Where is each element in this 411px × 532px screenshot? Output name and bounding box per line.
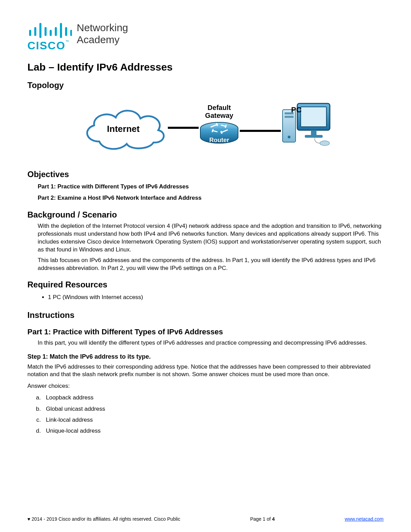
objectives-part2: Part 2: Examine a Host IPv6 Network Inte…: [38, 193, 216, 202]
cisco-logo-block: CISCO™ Networking Academy: [27, 21, 384, 51]
section-instructions: Instructions: [27, 310, 384, 320]
wire-1: [168, 127, 199, 129]
gateway-label: Default Gateway: [205, 104, 233, 120]
svg-rect-12: [285, 116, 294, 118]
svg-rect-16: [311, 130, 316, 135]
part1-heading: Part 1: Practice with Different Types of…: [27, 327, 384, 336]
part1-intro: In this part, you will identify the diff…: [38, 339, 384, 347]
list-item: Global unicast address: [42, 404, 384, 415]
svg-point-13: [288, 136, 290, 138]
resources-list: 1 PC (Windows with Internet access): [48, 292, 384, 303]
background-p2: This lab focuses on IPv6 addresses and t…: [38, 257, 384, 272]
page-title: Lab – Identify IPv6 Addresses: [27, 61, 384, 73]
router-block: Default Gateway: [199, 104, 240, 152]
answer-choices-label: Answer choices:: [27, 383, 384, 389]
cisco-wordmark: CISCO™: [27, 40, 70, 51]
cisco-bars-icon: [27, 21, 72, 41]
cisco-logo: CISCO™: [27, 21, 72, 51]
page-footer: ♥ 2014 - 2019 Cisco and/or its affiliate…: [27, 516, 384, 522]
pc-label: PC: [291, 106, 342, 114]
step1-heading: Step 1: Match the IPv6 address to its ty…: [27, 353, 384, 360]
section-topology: Topology: [27, 81, 384, 90]
internet-label: Internet: [107, 124, 139, 134]
section-objectives: Objectives: [27, 170, 384, 179]
answer-choices-list: Loopback address Global unicast address …: [42, 392, 384, 436]
list-item: Unique-local address: [42, 425, 384, 436]
cloud-icon: Internet: [79, 102, 168, 153]
list-item: Loopback address: [42, 392, 384, 403]
footer-page: Page 1 of 4: [250, 516, 275, 522]
wire-2: [240, 130, 281, 132]
document-page: CISCO™ Networking Academy Lab – Identify…: [0, 0, 411, 532]
topology-diagram: Internet Default Gateway: [27, 94, 384, 162]
background-p1: With the depletion of the Internet Proto…: [38, 222, 384, 254]
objectives-part1: Part 1: Practice with Different Types of…: [38, 182, 384, 191]
section-background: Background / Scenario: [27, 210, 384, 220]
svg-rect-17: [305, 135, 323, 138]
svg-point-18: [320, 141, 329, 146]
footer-link[interactable]: www.netacad.com: [345, 516, 384, 522]
step1-body: Match the IPv6 addresses to their corres…: [27, 363, 384, 379]
router-label: Router: [209, 137, 229, 144]
footer-copyright: ♥ 2014 - 2019 Cisco and/or its affiliate…: [27, 516, 180, 522]
section-resources: Required Resources: [27, 280, 384, 289]
list-item: 1 PC (Windows with Internet access): [48, 292, 384, 303]
list-item: Link-local address: [42, 415, 384, 425]
logo-subtitle: Networking Academy: [77, 22, 128, 46]
